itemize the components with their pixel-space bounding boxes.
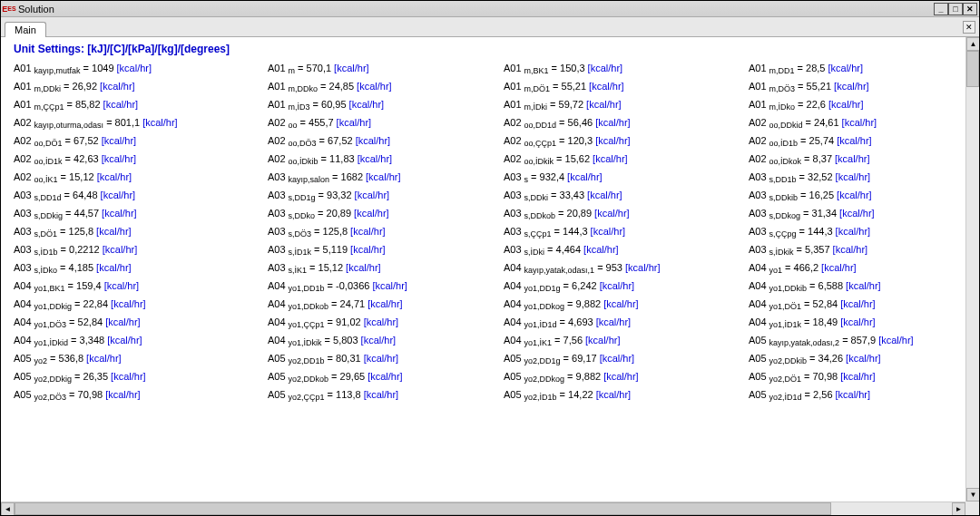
scroll-up-button[interactable]: ▲ [966,37,979,51]
equals: = 5,119 [314,244,348,255]
unit-link[interactable]: [kcal/hr] [596,316,632,327]
unit-link[interactable]: [kcal/hr] [828,99,864,110]
unit-link[interactable]: [kcal/hr] [96,262,132,273]
unit-link[interactable]: [kcal/hr] [846,280,881,291]
unit-settings[interactable]: Unit Settings: [kJ]/[C]/[kPa]/[kg]/[degr… [14,43,962,55]
unit-link[interactable]: [kcal/hr] [600,353,635,364]
unit-link[interactable]: [kcal/hr] [840,316,876,327]
unit-link[interactable]: [kcal/hr] [828,63,863,73]
var-base: A02 [14,171,32,182]
unit-link[interactable]: [kcal/hr] [350,226,386,237]
unit-link[interactable]: [kcal/hr] [821,262,857,273]
minimize-button[interactable]: _ [934,3,948,15]
unit-link[interactable]: [kcal/hr] [846,353,881,364]
unit-link[interactable]: [kcal/hr] [102,208,137,219]
unit-link[interactable]: [kcal/hr] [589,81,624,92]
unit-link[interactable]: [kcal/hr] [364,353,399,364]
unit-link[interactable]: [kcal/hr] [842,117,877,128]
unit-link[interactable]: [kcal/hr] [102,135,137,146]
scroll-down-button[interactable]: ▼ [966,488,979,501]
unit-link[interactable]: [kcal/hr] [834,81,869,92]
unit-link[interactable]: [kcal/hr] [567,171,603,182]
tab-main[interactable]: Main [5,22,46,37]
unit-link[interactable]: [kcal/hr] [596,389,632,400]
unit-link[interactable]: [kcal/hr] [357,81,392,92]
unit-link[interactable]: [kcal/hr] [591,226,626,237]
unit-link[interactable]: [kcal/hr] [600,280,635,291]
unit-link[interactable]: [kcal/hr] [840,371,876,382]
unit-link[interactable]: [kcal/hr] [103,99,139,110]
maximize-button[interactable]: □ [948,3,963,15]
unit-link[interactable]: [kcal/hr] [355,190,390,200]
unit-link[interactable]: [kcal/hr] [587,190,622,200]
unit-link[interactable]: [kcal/hr] [105,316,141,327]
unit-link[interactable]: [kcal/hr] [585,335,621,346]
unit-link[interactable]: [kcal/hr] [366,171,401,182]
vertical-scroll-thumb[interactable] [966,51,979,87]
vertical-scroll-track[interactable] [966,87,979,488]
unit-link[interactable]: [kcal/hr] [100,81,135,92]
unit-link[interactable]: [kcal/hr] [354,208,389,219]
unit-link[interactable]: [kcal/hr] [358,153,393,164]
unit-link[interactable]: [kcal/hr] [97,171,132,182]
unit-link[interactable]: [kcal/hr] [86,353,122,364]
unit-link[interactable]: [kcal/hr] [102,153,137,164]
unit-link[interactable]: [kcal/hr] [595,117,631,128]
unit-link[interactable]: [kcal/hr] [361,335,397,346]
unit-link[interactable]: [kcal/hr] [594,208,630,219]
horizontal-scrollbar[interactable]: ◄ ► [1,501,965,515]
horizontal-scroll-thumb[interactable] [15,502,831,515]
equals: = 932,4 [531,171,564,182]
unit-link[interactable]: [kcal/hr] [346,262,381,273]
unit-link[interactable]: [kcal/hr] [878,335,914,346]
close-button[interactable]: ✕ [963,3,977,15]
unit-link[interactable]: [kcal/hr] [836,226,871,237]
unit-link[interactable]: [kcal/hr] [368,371,403,382]
unit-link[interactable]: [kcal/hr] [603,371,639,382]
vertical-scrollbar[interactable]: ▲ ▼ [965,37,979,501]
unit-link[interactable]: [kcal/hr] [349,99,385,110]
equals: = 9,882 [567,371,601,382]
unit-link[interactable]: [kcal/hr] [111,371,146,382]
unit-link[interactable]: [kcal/hr] [117,63,152,73]
unit-link[interactable]: [kcal/hr] [364,389,399,400]
unit-link[interactable]: [kcal/hr] [142,117,178,128]
unit-link[interactable]: [kcal/hr] [350,244,386,255]
unit-link[interactable]: [kcal/hr] [588,63,623,73]
unit-link[interactable]: [kcal/hr] [334,63,369,73]
unit-link[interactable]: [kcal/hr] [337,117,372,128]
unit-link[interactable]: [kcal/hr] [107,335,142,346]
tab-close-button[interactable]: ✕ [963,21,975,34]
unit-link[interactable]: [kcal/hr] [837,135,872,146]
unit-link[interactable]: [kcal/hr] [586,99,622,110]
result-cell: A01m,DÖ3 = 55,21 [kcal/hr] [749,81,962,92]
unit-link[interactable]: [kcal/hr] [96,226,132,237]
unit-link[interactable]: [kcal/hr] [356,135,391,146]
scroll-right-button[interactable]: ► [952,502,965,515]
unit-link[interactable]: [kcal/hr] [103,244,138,255]
unit-link[interactable]: [kcal/hr] [111,298,146,309]
unit-link[interactable]: [kcal/hr] [833,244,868,255]
unit-link[interactable]: [kcal/hr] [101,190,136,200]
unit-link[interactable]: [kcal/hr] [364,316,399,327]
var-base: A05 [749,389,767,400]
unit-link[interactable]: [kcal/hr] [595,135,631,146]
unit-link[interactable]: [kcal/hr] [104,280,140,291]
equals: = 22,6 [798,99,826,110]
unit-link[interactable]: [kcal/hr] [583,244,619,255]
unit-link[interactable]: [kcal/hr] [603,298,639,309]
unit-link[interactable]: [kcal/hr] [625,262,661,273]
unit-link[interactable]: [kcal/hr] [840,298,876,309]
unit-link[interactable]: [kcal/hr] [368,298,403,309]
unit-link[interactable]: [kcal/hr] [372,280,407,291]
unit-link[interactable]: [kcal/hr] [839,208,875,219]
unit-link[interactable]: [kcal/hr] [836,171,871,182]
var-subscript: oo,DDkid [769,121,803,130]
horizontal-scroll-track[interactable] [831,502,952,515]
unit-link[interactable]: [kcal/hr] [837,190,872,200]
unit-link[interactable]: [kcal/hr] [836,389,871,400]
unit-link[interactable]: [kcal/hr] [593,153,628,164]
unit-link[interactable]: [kcal/hr] [835,153,870,164]
unit-link[interactable]: [kcal/hr] [105,389,141,400]
scroll-left-button[interactable]: ◄ [1,502,15,515]
